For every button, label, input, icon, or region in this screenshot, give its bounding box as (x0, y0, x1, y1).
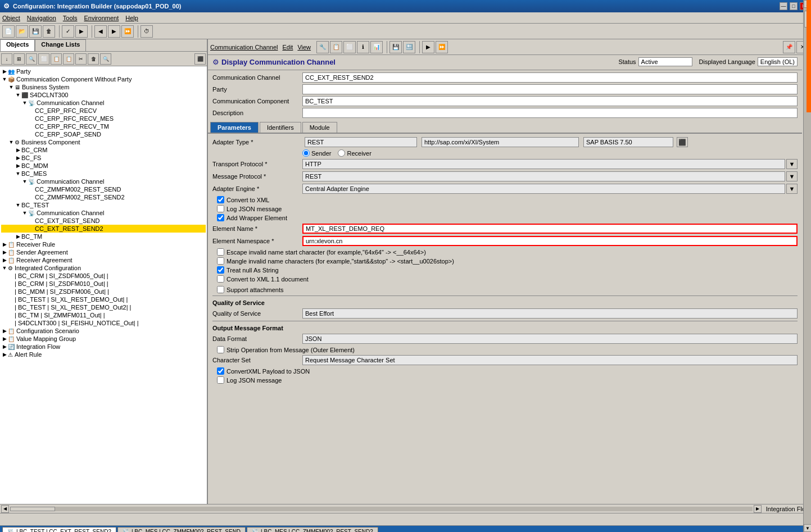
expander-int-cfg[interactable]: ▼ (1, 265, 8, 271)
expander-cc1[interactable]: ▼ (21, 99, 28, 106)
tb-delete[interactable]: 🗑 (43, 25, 55, 38)
field-description[interactable] (302, 108, 798, 118)
lt-sync[interactable]: ↓ (1, 53, 12, 65)
menu-environment[interactable]: Environment (84, 15, 119, 21)
tree-item-bc-mes[interactable]: ▼ BC_MES (1, 170, 206, 178)
lt-delete[interactable]: 🗑 (88, 53, 99, 65)
lt-cut[interactable]: ✂ (75, 53, 87, 65)
tree-item-sndr-agr[interactable]: ▶ 📋 Sender Agreement (1, 248, 206, 256)
expander-bc-mes[interactable]: ▼ (15, 170, 21, 177)
transport-dropdown[interactable]: ▼ (786, 159, 798, 169)
tree-item-ic1[interactable]: | BC_CRM | SI_ZSDFM005_Out| | (1, 272, 206, 280)
tree-item-val-map[interactable]: ▶ 📋 Value Mapping Group (1, 335, 206, 343)
menu-edit[interactable]: Edit (282, 44, 293, 51)
tab-objects[interactable]: Objects (0, 39, 35, 51)
tab-module[interactable]: Module (302, 122, 337, 133)
expander-bs[interactable]: ▼ (8, 84, 15, 90)
expander-int-flow[interactable]: ▶ (1, 343, 8, 350)
expander-party[interactable]: ▶ (1, 68, 8, 75)
checkbox-log-json[interactable] (217, 205, 224, 212)
bottom-tab-0[interactable]: 📡 | BC_TEST | CC_EXT_REST_SEND2 (2, 527, 116, 533)
tree-item-ic7[interactable]: | S4DCLNT300 | SI_FEISHU_NOTICE_Out| | (1, 319, 206, 327)
lt-paste[interactable]: 📋 (63, 53, 74, 65)
bottom-tab-2[interactable]: 📡 | BC_MES | CC_ZMMFM002_REST_SEND2 (247, 527, 378, 533)
expander-s4d[interactable]: ▼ (15, 92, 21, 98)
tree-item-cc-test2[interactable]: CC_EXT_REST_SEND2 (1, 225, 206, 233)
tree-item-rcvr-agr[interactable]: ▶ 📋 Receiver Agreement (1, 256, 206, 264)
lt-expand[interactable]: ⊞ (13, 53, 25, 65)
menu-object[interactable]: Object (2, 15, 20, 21)
tb-open[interactable]: 📂 (16, 25, 28, 38)
tree-item-cc1c[interactable]: CC_ERP_RFC_RECV_TM (1, 122, 206, 130)
radio-receiver[interactable] (338, 149, 345, 157)
rt-tool5[interactable]: 📊 (370, 41, 383, 53)
rt-tool8[interactable]: ▶ (422, 41, 434, 53)
field-transport[interactable] (302, 159, 785, 169)
tree-item-ccwp[interactable]: ▼ 📦 Communication Component Without Part… (1, 75, 206, 83)
tree-item-bs[interactable]: ▼ 🖥 Business System (1, 83, 206, 91)
tree-item-bc-fs[interactable]: ▶ BC_FS (1, 154, 206, 162)
tree-item-cc-mes[interactable]: ▼ 📡 Communication Channel (1, 178, 206, 185)
expander-rcvr-agr[interactable]: ▶ (1, 257, 8, 263)
minimize-button[interactable]: — (780, 2, 787, 10)
expander-cc-test[interactable]: ▼ (21, 210, 28, 216)
field-party[interactable] (302, 84, 798, 94)
tree-item-cc-test[interactable]: ▼ 📡 Communication Channel (1, 209, 206, 217)
menu-help[interactable]: Help (125, 15, 138, 21)
field-element-name[interactable] (302, 224, 798, 234)
tb-fwd2[interactable]: ⏩ (121, 25, 134, 38)
tree-container[interactable]: ▶ 👥 Party ▼ 📦 Communication Component Wi… (0, 66, 207, 504)
checkbox-strip-op[interactable] (217, 346, 224, 353)
rt-tool2[interactable]: 📋 (330, 41, 342, 53)
scroll-right-btn[interactable]: ▶ (754, 505, 762, 513)
field-char-set[interactable] (302, 355, 798, 365)
tree-item-ic2[interactable]: | BC_CRM | SI_ZSDFM010_Out| | (1, 280, 206, 288)
rt-tool9[interactable]: ⏩ (436, 41, 448, 53)
expander-bc-fs[interactable]: ▶ (15, 154, 21, 161)
tb-fwd[interactable]: ▶ (108, 25, 120, 38)
adapter-engine-dropdown[interactable]: ▼ (786, 184, 798, 194)
checkbox-log-json2[interactable] (217, 376, 224, 384)
field-element-namespace[interactable] (302, 236, 798, 246)
adapter-type-picker[interactable]: ⬛ (677, 137, 688, 147)
tree-item-cc-mes2[interactable]: CC_ZMMFM002_REST_SEND2 (1, 193, 206, 201)
menu-navigation[interactable]: Navigation (27, 15, 56, 21)
scrollbar-right[interactable]: ▲ ▼ (803, 55, 811, 504)
menu-tools[interactable]: Tools (63, 15, 78, 21)
tb-new[interactable]: 📄 (2, 25, 15, 38)
field-qos[interactable] (302, 308, 798, 319)
tree-item-bc-crm[interactable]: ▶ BC_CRM (1, 146, 206, 154)
expander-bc-tm[interactable]: ▶ (15, 233, 21, 240)
checkbox-support-attachments[interactable] (217, 286, 224, 293)
tree-item-bc-test[interactable]: ▼ BC_TEST (1, 201, 206, 209)
field-adapter-url[interactable] (422, 137, 579, 147)
tree-item-s4d[interactable]: ▼ ⬛ S4DCLNT300 (1, 91, 206, 99)
checkbox-treat-null[interactable] (217, 266, 224, 274)
radio-sender[interactable] (302, 149, 310, 157)
tree-item-cc1a[interactable]: CC_ERP_RFC_RECV (1, 107, 206, 115)
tree-item-alert-rule[interactable]: ▶ ⚠ Alert Rule (1, 351, 206, 358)
expander-bc-test[interactable]: ▼ (15, 202, 21, 208)
expander-rcvr-rule[interactable]: ▶ (1, 241, 8, 248)
field-message-protocol[interactable] (302, 171, 785, 181)
tree-item-ic5[interactable]: | BC_TEST | SI_XL_REST_DEMO_Out2| | (1, 303, 206, 311)
tb-history[interactable]: ⏱ (141, 25, 153, 38)
checkbox-convert-xml-json[interactable] (217, 367, 224, 375)
field-data-format[interactable] (302, 334, 798, 344)
rt-tool4[interactable]: ℹ (357, 41, 369, 53)
expander-alert-rule[interactable]: ▶ (1, 351, 8, 358)
tree-item-ic3[interactable]: | BC_MDM | SI_ZSDFM006_Out| | (1, 288, 206, 295)
tb-activate[interactable]: ▶ (75, 25, 88, 38)
tree-item-cc1d[interactable]: CC_ERP_SOAP_SEND (1, 130, 206, 138)
checkbox-add-wrapper[interactable] (217, 214, 224, 221)
rt-tool1[interactable]: 🔧 (316, 41, 329, 53)
expander-sndr-agr[interactable]: ▶ (1, 249, 8, 256)
field-adapter-engine[interactable] (302, 184, 785, 194)
tb-back[interactable]: ◀ (94, 25, 107, 38)
lt-copy[interactable]: 📋 (51, 53, 62, 65)
tree-item-cc-test1[interactable]: CC_EXT_REST_SEND (1, 217, 206, 225)
rt-tool7[interactable]: 🔙 (403, 41, 415, 53)
expander-cfg-scen[interactable]: ▶ (1, 328, 8, 334)
tree-item-bc-mdm[interactable]: ▶ BC_MDM (1, 162, 206, 170)
checkbox-escape[interactable] (217, 248, 224, 256)
